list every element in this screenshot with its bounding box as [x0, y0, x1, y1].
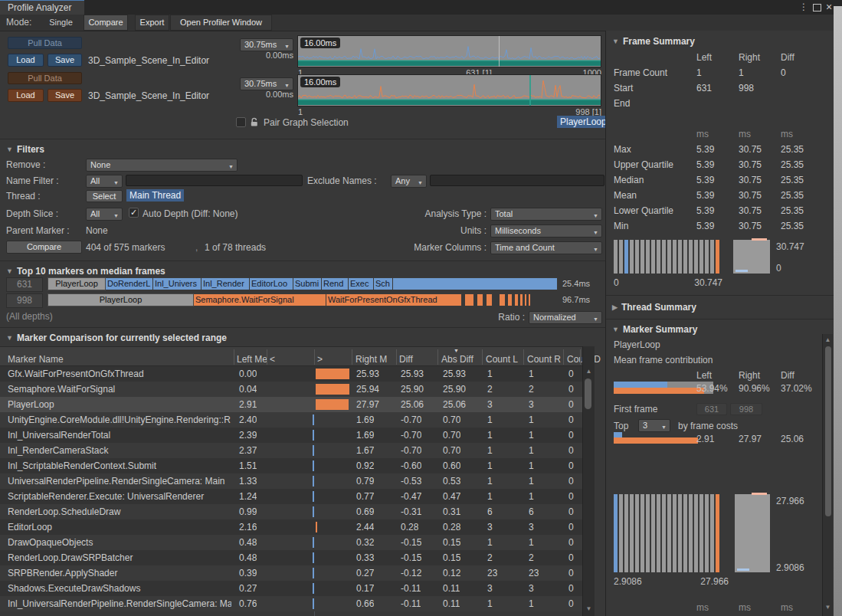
comparison-row[interactable]: Semaphore.WaitForSignal0.0425.9425.9025.… — [0, 382, 582, 397]
column-divider[interactable] — [580, 349, 581, 365]
load-left-button[interactable]: Load — [8, 54, 44, 67]
marker-segment[interactable] — [508, 293, 513, 306]
column-divider[interactable] — [234, 349, 234, 365]
marker-segment[interactable] — [525, 293, 527, 306]
top-n-dropdown[interactable]: 3▼ — [638, 419, 670, 432]
mode-single-button[interactable]: Single — [40, 15, 82, 31]
name-filter-dropdown[interactable]: All▼ — [86, 175, 123, 188]
top10-frame-number[interactable]: 631 — [6, 277, 43, 292]
comparison-row[interactable]: RenderLoop.ScheduleDraw0.990.69-0.310.31… — [0, 504, 582, 519]
exclude-names-dropdown[interactable]: Any▼ — [391, 175, 427, 188]
marker-segment[interactable]: EditorLoo — [250, 277, 293, 290]
scroll-up-icon[interactable]: ▲ — [823, 336, 833, 343]
column-divider[interactable] — [396, 349, 397, 365]
graph1-scale-dropdown[interactable]: 30.75ms▼ — [240, 38, 293, 51]
marker-segment[interactable]: Inl_Univers — [153, 277, 201, 290]
comparison-row[interactable]: EditorLoop2.162.440.280.28330 — [0, 519, 582, 535]
filters-header[interactable]: ▼Filters — [6, 144, 44, 155]
marker-segment[interactable]: Exec — [349, 277, 374, 290]
scroll-up-icon[interactable]: ▲ — [583, 368, 595, 375]
frame-summary-header[interactable]: ▼Frame Summary — [612, 36, 695, 47]
pull-data-right-button[interactable]: Pull Data — [8, 72, 82, 84]
comparison-row[interactable]: DrawOpaqueObjects0.480.32-0.150.15110 — [0, 535, 582, 550]
graph-selection-chip[interactable]: PlayerLoop — [557, 116, 610, 128]
comparison-row[interactable]: Inl_ScriptableRenderContext.Submit1.510.… — [0, 458, 582, 473]
window-resize-edge[interactable] — [834, 6, 842, 616]
tab-profile-analyzer[interactable]: Profile Analyzer — [0, 0, 84, 15]
save-left-button[interactable]: Save — [48, 54, 82, 67]
pair-graph-checkbox[interactable] — [236, 117, 246, 127]
marker-segment[interactable] — [520, 293, 523, 306]
comparison-row[interactable]: SRPBRender.ApplyShader0.390.27-0.120.122… — [0, 565, 582, 581]
comparison-scroll-thumb[interactable] — [585, 378, 591, 409]
load-right-button[interactable]: Load — [8, 89, 44, 102]
remove-dropdown[interactable]: None▼ — [86, 159, 238, 172]
marker-segment[interactable]: Inl_Render — [201, 277, 250, 290]
compare-button[interactable]: Compare — [6, 241, 82, 254]
save-right-button[interactable]: Save — [48, 89, 82, 102]
marker-segment[interactable]: PlayerLoop — [48, 277, 106, 290]
graph2-scale-dropdown[interactable]: 30.75ms▼ — [240, 77, 293, 90]
pull-data-left-button[interactable]: Pull Data — [8, 37, 82, 49]
column-header--[interactable]: > — [317, 347, 323, 367]
comparison-row[interactable]: PlayerLoop2.9127.9725.0625.06330 — [0, 397, 582, 412]
column-header--[interactable]: < — [270, 347, 275, 367]
scroll-down-icon[interactable]: ▼ — [823, 604, 833, 611]
thread-select-button[interactable]: Select — [86, 190, 123, 202]
thread-selection-chip[interactable]: Main Thread — [126, 189, 184, 202]
marker-segment[interactable] — [529, 293, 531, 306]
marker-segment[interactable] — [393, 277, 558, 290]
marker-segment[interactable] — [500, 293, 506, 306]
maximize-icon[interactable] — [813, 4, 821, 11]
marker-columns-dropdown[interactable]: Time and Count▼ — [490, 241, 602, 254]
summary-scroll-thumb[interactable] — [825, 346, 831, 516]
marker-segment[interactable]: DoRenderL — [106, 277, 153, 290]
mode-compare-button[interactable]: Compare — [84, 15, 128, 31]
column-divider[interactable] — [563, 349, 564, 365]
marker-segment[interactable] — [487, 293, 493, 306]
column-divider[interactable] — [523, 349, 524, 365]
marker-segment[interactable]: Rend — [322, 277, 349, 290]
exclude-names-input[interactable] — [430, 175, 604, 186]
marker-summary-histogram[interactable] — [614, 494, 729, 572]
scroll-down-icon[interactable]: ▼ — [583, 605, 595, 612]
comparison-row[interactable]: Inl_UniversalRenderTotal2.391.69-0.700.7… — [0, 428, 582, 443]
column-header-diff[interactable]: Diff — [399, 347, 413, 367]
analysis-type-dropdown[interactable]: Total▼ — [490, 208, 602, 221]
ratio-dropdown[interactable]: Normalized▼ — [529, 311, 602, 324]
comparison-row[interactable]: Shadows.ExecuteDrawShadows0.270.17-0.110… — [0, 581, 582, 596]
summary-scrollbar[interactable]: ▲ ▼ — [822, 334, 833, 616]
frame-summary-histogram[interactable] — [614, 240, 722, 274]
marker-summary-header[interactable]: ▼Marker Summary — [612, 324, 697, 335]
thread-summary-header[interactable]: ▶Thread Summary — [612, 302, 696, 313]
comparison-row[interactable]: ScriptableRenderer.Execute: UniversalRen… — [0, 489, 582, 504]
close-icon[interactable]: × — [826, 1, 832, 13]
marker-segment[interactable]: WaitForPresentOnGfxThread — [326, 293, 462, 306]
comparison-row[interactable]: UnityEngine.CoreModule.dll!UnityEngine.R… — [0, 412, 582, 428]
marker-comparison-header[interactable]: ▼Marker Comparison for currently selecte… — [6, 333, 227, 343]
marker-segment[interactable] — [477, 293, 483, 306]
auto-depth-checkbox[interactable]: ✓ — [129, 208, 139, 218]
column-divider[interactable] — [352, 349, 352, 365]
marker-summary-boxplot[interactable] — [735, 494, 770, 572]
depth-slice-dropdown[interactable]: All▼ — [86, 208, 123, 221]
top10-header[interactable]: ▼Top 10 markers on median frames — [6, 266, 165, 277]
column-divider[interactable] — [437, 349, 438, 365]
comparison-row[interactable]: UniversalRenderPipeline.RenderSingleCame… — [0, 473, 582, 489]
first-frame-left-button[interactable]: 631 — [696, 403, 727, 415]
marker-segment[interactable] — [515, 293, 519, 306]
comparison-row[interactable]: Gfx.WaitForPresentOnGfxThread0.0025.9325… — [0, 366, 582, 382]
marker-segment[interactable] — [465, 293, 474, 306]
comparison-row[interactable]: RenderLoop.DrawSRPBatcher0.480.33-0.150.… — [0, 550, 582, 565]
column-divider[interactable] — [482, 349, 483, 365]
marker-segment[interactable]: Submi — [293, 277, 322, 290]
frame-summary-boxplot[interactable] — [733, 240, 770, 274]
export-button[interactable]: Export — [135, 15, 169, 31]
frame-graph-left[interactable]: 16.00ms — [297, 35, 601, 67]
column-header-right-m[interactable]: Right M — [355, 347, 387, 367]
comparison-scrollbar[interactable]: ▲ ▼ — [582, 346, 595, 616]
top10-frame-number[interactable]: 998 — [6, 293, 43, 308]
marker-segment[interactable]: Semaphore.WaitForSignal — [194, 293, 326, 306]
name-filter-input[interactable] — [126, 175, 303, 186]
marker-segment[interactable]: PlayerLoop — [48, 293, 194, 306]
